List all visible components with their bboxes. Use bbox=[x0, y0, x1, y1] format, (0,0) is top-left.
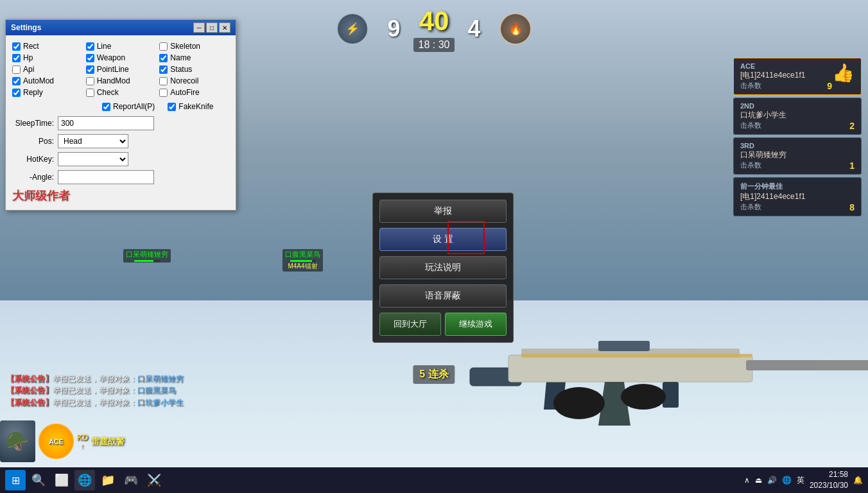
checkbox-hp-input[interactable] bbox=[12, 54, 21, 62]
player-tag-2-weapon: M4A4镭射 bbox=[288, 262, 317, 271]
taskbar-usb-icon: ⏏ bbox=[755, 476, 762, 485]
checkbox-check-label: Check bbox=[97, 88, 119, 97]
taskbar-explorer-icon[interactable]: 📁 bbox=[98, 470, 118, 490]
team-right-avatar: 🔥 bbox=[499, 13, 532, 45]
checkbox-automod-input[interactable] bbox=[12, 77, 21, 85]
start-button[interactable]: ⊞ bbox=[5, 470, 26, 490]
checkbox-status-label: Status bbox=[170, 65, 192, 74]
scoreboard-entry-2nd: 2ND 口坑爹小学生 击杀数 2 bbox=[733, 98, 862, 135]
mute-button[interactable]: 语音屏蔽 bbox=[379, 284, 507, 307]
taskbar-taskview-icon[interactable]: ⬜ bbox=[51, 470, 72, 490]
player-tag-1-name: 口呆萌矮矬穷 bbox=[126, 250, 168, 259]
maximize-button[interactable]: □ bbox=[206, 22, 218, 33]
kd-text: ↑ bbox=[81, 442, 85, 450]
player-tag-1-bar bbox=[134, 260, 160, 262]
taskbar-clock[interactable]: 21:58 2023/10/30 bbox=[810, 469, 848, 491]
checkbox-reply[interactable]: Reply bbox=[12, 88, 82, 97]
scoreboard-entry-3rd: 3RD 口呆萌矮矬穷 击杀数 1 bbox=[733, 137, 862, 175]
right-scoreboard-panel: 👍 ACE [电1]2411e4ece1f1 击杀数 9 2ND 口坑爹小学生 … bbox=[733, 58, 862, 219]
checkbox-fakeknife-input[interactable] bbox=[168, 103, 176, 111]
checkbox-name-input[interactable] bbox=[159, 54, 168, 62]
team-right-score: 4 bbox=[467, 15, 493, 42]
checkbox-status-input[interactable] bbox=[159, 65, 168, 74]
team-right: 4 🔥 bbox=[467, 13, 532, 45]
checkbox-handmod[interactable]: HandMod bbox=[86, 76, 156, 85]
taskbar-speaker-icon[interactable]: 🔊 bbox=[767, 476, 777, 485]
taskbar-network-icon[interactable]: 🌐 bbox=[782, 476, 792, 485]
checkbox-status[interactable]: Status bbox=[159, 65, 229, 74]
checkbox-line-input[interactable] bbox=[86, 42, 94, 51]
checkbox-check[interactable]: Check bbox=[86, 88, 156, 97]
return-button[interactable]: 回到大厅 bbox=[379, 313, 441, 336]
pos-row: Pos: Head Body Feet bbox=[12, 134, 229, 148]
team-left-avatar: ⚡ bbox=[336, 13, 369, 45]
sleeptime-row: SleepTime: bbox=[12, 116, 229, 130]
checkbox-norecoil-input[interactable] bbox=[159, 77, 168, 85]
checkbox-rect-input[interactable] bbox=[12, 42, 21, 51]
checkbox-reportall-input[interactable] bbox=[102, 103, 110, 111]
checkbox-weapon-input[interactable] bbox=[86, 54, 94, 62]
taskbar: ⊞ 🔍 ⬜ 🌐 📁 🎮 ⚔️ ∧ ⏏ 🔊 🌐 英 21:58 2023/10/3… bbox=[0, 467, 868, 493]
taskbar-up-arrow[interactable]: ∧ bbox=[744, 476, 750, 485]
clock-date: 2023/10/30 bbox=[810, 480, 848, 491]
checkbox-reportall[interactable]: ReportAll(P) bbox=[102, 102, 155, 111]
2nd-rank: 2ND bbox=[740, 102, 855, 110]
checkbox-pointline-input[interactable] bbox=[86, 65, 94, 74]
taskbar-lang-icon[interactable]: 英 bbox=[797, 475, 804, 486]
checkbox-pointline[interactable]: PointLine bbox=[86, 65, 156, 74]
checkbox-api-input[interactable] bbox=[12, 65, 21, 74]
pos-label: Pos: bbox=[12, 137, 54, 146]
checkbox-fakeknife[interactable]: FakeKnife bbox=[168, 102, 213, 111]
help-button[interactable]: 玩法说明 bbox=[379, 256, 507, 279]
checkbox-check-input[interactable] bbox=[86, 89, 94, 97]
taskbar-search-icon[interactable]: 🔍 bbox=[28, 470, 49, 490]
checkbox-handmod-input[interactable] bbox=[86, 77, 94, 85]
best-kills-label: 击杀数 bbox=[740, 203, 761, 211]
best-player-name: [电1]2411e4ece1f1 bbox=[740, 191, 855, 202]
checkbox-automod[interactable]: AutoMod bbox=[12, 76, 82, 85]
sleeptime-input[interactable] bbox=[58, 116, 154, 130]
taskbar-chrome-icon[interactable]: 🌐 bbox=[74, 470, 95, 490]
minimize-button[interactable]: ─ bbox=[193, 22, 205, 33]
team-left: ⚡ 9 bbox=[336, 13, 401, 45]
kill-streak: 5 连杀 bbox=[413, 365, 455, 384]
report-button[interactable]: 举报 bbox=[379, 200, 507, 223]
hotkey-select[interactable] bbox=[58, 152, 128, 166]
checkbox-name[interactable]: Name bbox=[159, 53, 229, 62]
settings-menu-button[interactable]: 设 置 bbox=[379, 228, 507, 251]
player-name-display: 雷霆战警 bbox=[91, 436, 125, 447]
checkbox-skeleton[interactable]: Skeleton bbox=[159, 42, 229, 51]
checkbox-hp[interactable]: Hp bbox=[12, 53, 82, 62]
sleeptime-label: SleepTime: bbox=[12, 119, 54, 128]
game-menu-dialog: 举报 设 置 玩法说明 语音屏蔽 回到大厅 继续游戏 bbox=[372, 193, 514, 343]
angle-input[interactable] bbox=[58, 170, 154, 184]
checkbox-autofire-input[interactable] bbox=[159, 89, 168, 97]
kd-icon: KD bbox=[77, 433, 88, 442]
taskbar-notification-icon[interactable]: 🔔 bbox=[853, 476, 863, 485]
taskbar-game1-icon[interactable]: 🎮 bbox=[121, 470, 141, 490]
checkbox-weapon[interactable]: Weapon bbox=[86, 53, 156, 62]
taskbar-game2-icon[interactable]: ⚔️ bbox=[144, 470, 164, 490]
checkbox-line[interactable]: Line bbox=[86, 42, 156, 51]
pos-select[interactable]: Head Body Feet bbox=[58, 134, 128, 148]
checkbox-handmod-label: HandMod bbox=[97, 76, 130, 85]
checkbox-weapon-label: Weapon bbox=[97, 53, 125, 62]
checkbox-reply-input[interactable] bbox=[12, 89, 21, 97]
hud-center: 40 18 : 30 bbox=[413, 6, 455, 52]
close-button[interactable]: ✕ bbox=[219, 22, 230, 33]
checkbox-rect[interactable]: Rect bbox=[12, 42, 82, 51]
checkbox-skeleton-input[interactable] bbox=[159, 42, 168, 51]
checkbox-autofire[interactable]: AutoFire bbox=[159, 88, 229, 97]
game-timer: 18 : 30 bbox=[413, 38, 455, 52]
checkbox-norecoil[interactable]: Norecoil bbox=[159, 76, 229, 85]
2nd-kills-num: 2 bbox=[849, 121, 855, 131]
checkbox-api[interactable]: Api bbox=[12, 65, 82, 74]
ace-kills-label: 击杀数 bbox=[740, 82, 761, 89]
chat-message-3: 【系统公告】举报已发送，举报对象：口坑爹小学生 bbox=[6, 397, 250, 408]
checkbox-api-label: Api bbox=[23, 65, 34, 74]
player-tag-2: 口腹黑菜鸟 M4A4镭射 bbox=[282, 249, 323, 272]
character-emoji: 🪖 bbox=[6, 431, 29, 452]
continue-button[interactable]: 继续游戏 bbox=[445, 313, 507, 336]
settings-logo: 大师级作者 bbox=[12, 188, 229, 203]
3rd-kills-label: 击杀数 bbox=[740, 161, 761, 169]
